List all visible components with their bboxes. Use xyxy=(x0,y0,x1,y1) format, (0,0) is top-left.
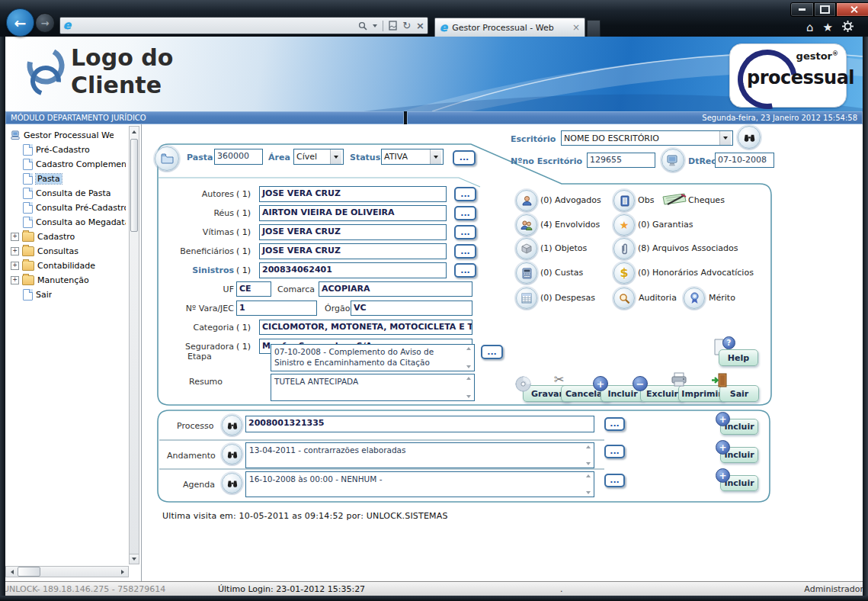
advogados-button[interactable] xyxy=(516,190,537,211)
seguradora-label: Seguradora xyxy=(137,342,234,352)
custas-label[interactable]: (0) Custas xyxy=(540,268,583,278)
despesas-label[interactable]: (0) Despesas xyxy=(540,293,595,303)
forward-button[interactable]: → xyxy=(35,13,55,33)
categoria-count: ( 1) xyxy=(236,323,251,333)
autores-input[interactable]: JOSE VERA CRUZ xyxy=(259,186,447,202)
back-button[interactable]: ← xyxy=(6,8,34,37)
textarea-scrollbar[interactable] xyxy=(584,473,593,496)
auditoria-button[interactable] xyxy=(613,288,635,309)
beneficiarios-browse-button[interactable]: ... xyxy=(454,244,476,259)
back-arrow-icon: ← xyxy=(14,14,27,31)
seguradora-count: ( 1) xyxy=(236,342,251,352)
notebook-icon xyxy=(620,195,629,207)
processo-search-button[interactable] xyxy=(222,415,242,435)
obs-button[interactable] xyxy=(613,190,635,211)
vara-input[interactable]: 1 xyxy=(236,300,317,316)
beneficiarios-input[interactable]: JOSE VERA CRUZ xyxy=(259,243,447,259)
browser-window: ← → e ↻ × e Gestor Processual - Web × ⌂ … xyxy=(0,0,868,601)
star-icon: ★ xyxy=(620,220,629,230)
vitimas-count: ( 1) xyxy=(236,227,251,237)
textarea-scrollbar[interactable] xyxy=(584,444,593,467)
reus-count: ( 1) xyxy=(236,208,251,218)
arquivos-button[interactable] xyxy=(613,238,635,259)
resumo-textarea[interactable]: TUTELA ANTECIPADA xyxy=(271,374,475,401)
save-disk-icon xyxy=(515,376,531,392)
merito-button[interactable] xyxy=(684,288,705,309)
agenda-search-button[interactable] xyxy=(222,473,242,493)
dtrec-input[interactable]: 07-10-2008 xyxy=(715,153,774,168)
etapa-textarea[interactable]: 07-10-2008 - Complemento do Aviso de Sin… xyxy=(271,344,475,371)
etapa-browse-button[interactable]: ... xyxy=(481,345,503,359)
window-border-left xyxy=(0,37,5,596)
objetos-label[interactable]: (1) Objetos xyxy=(540,243,587,253)
obs-label[interactable]: Obs xyxy=(638,195,654,205)
envolvidos-label[interactable]: (4) Envolvidos xyxy=(540,220,600,230)
honorarios-button[interactable]: $ xyxy=(613,262,635,284)
custas-button[interactable] xyxy=(516,262,537,284)
exit-door-icon xyxy=(711,373,728,387)
pasta-input[interactable]: 360000 xyxy=(214,149,263,165)
andamento-textarea[interactable]: 13-04-2011 - contrarrazões elaboradas xyxy=(245,442,594,468)
reus-browse-button[interactable]: ... xyxy=(454,206,476,220)
cheques-label[interactable]: Cheques xyxy=(688,195,725,205)
autores-count: ( 1) xyxy=(236,189,251,199)
autores-label: Autores xyxy=(137,189,234,199)
andamento-label: Andamento xyxy=(167,451,216,461)
computer-icon xyxy=(667,155,679,166)
area-select[interactable]: Cível xyxy=(293,149,344,165)
minus-icon: − xyxy=(633,376,648,391)
advogados-label[interactable]: (0) Advogados xyxy=(540,195,601,205)
objetos-button[interactable] xyxy=(516,238,537,259)
comarca-label: Comarca xyxy=(277,284,315,294)
scissors-icon: ✂ xyxy=(554,372,564,387)
status-connection-text: UNLOCK- 189.18.146.275 - 758279614 xyxy=(3,584,165,594)
orgao-input[interactable]: VC xyxy=(351,300,472,316)
escritorio-select[interactable]: NOME DO ESCRITÓRIO xyxy=(561,130,733,146)
processo-input[interactable]: 2008001321335 xyxy=(245,416,594,432)
andamento-search-button[interactable] xyxy=(222,444,242,464)
status-user-role: Administrador xyxy=(804,584,863,594)
reus-input[interactable]: AIRTON VIEIRA DE OLIVEIRA xyxy=(259,205,447,221)
num-escritorio-input[interactable]: 129655 xyxy=(587,153,655,168)
pasta-folder-button[interactable] xyxy=(155,146,179,171)
cube-icon xyxy=(521,243,532,254)
help-button[interactable]: Help xyxy=(719,349,758,366)
pasta-browse-button[interactable]: ... xyxy=(453,150,476,166)
garantias-label[interactable]: (0) Garantias xyxy=(638,220,693,230)
vitimas-input[interactable]: JOSE VERA CRUZ xyxy=(259,224,447,240)
calculator-icon xyxy=(522,268,532,279)
dtrec-system-button[interactable] xyxy=(661,149,684,172)
andamento-browse-button[interactable]: ... xyxy=(604,445,625,458)
agenda-textarea[interactable]: 16-10-2008 às 00:00 - NENHUM - xyxy=(245,471,594,497)
orgao-label: Órgão xyxy=(325,304,350,313)
imprimir-button[interactable]: Imprimir xyxy=(678,385,725,402)
textarea-scrollbar[interactable] xyxy=(464,345,473,370)
agenda-browse-button[interactable]: ... xyxy=(604,474,625,487)
comarca-input[interactable]: ACOPIARA xyxy=(319,281,472,297)
binoculars-icon xyxy=(226,480,239,487)
sinistros-browse-button[interactable]: ... xyxy=(454,263,476,278)
envolvidos-button[interactable] xyxy=(516,214,537,236)
textarea-scrollbar[interactable] xyxy=(464,375,473,400)
escritorio-search-button[interactable] xyxy=(738,126,761,149)
merito-label[interactable]: Mérito xyxy=(709,293,735,303)
honorarios-label[interactable]: (0) Honorários Advocatícios xyxy=(638,268,754,278)
sinistros-input[interactable]: 200834062401 xyxy=(259,262,447,278)
area-label: Área xyxy=(268,153,290,162)
categoria-input[interactable]: CICLOMOTOR, MOTONETA, MOTOCICLETA E T xyxy=(259,320,472,335)
garantias-button[interactable]: ★ xyxy=(613,214,635,236)
cheques-button[interactable] xyxy=(658,192,689,207)
arquivos-label[interactable]: (8) Arquivos Associados xyxy=(638,243,738,253)
processo-browse-button[interactable]: ... xyxy=(604,417,625,431)
binoculars-icon xyxy=(226,422,239,429)
vitimas-browse-button[interactable]: ... xyxy=(454,225,476,239)
sair-button[interactable]: Sair xyxy=(719,385,759,402)
uf-input[interactable]: CE xyxy=(236,281,271,297)
escritorio-label: Escritório xyxy=(511,134,556,144)
autores-browse-button[interactable]: ... xyxy=(454,187,476,201)
despesas-button[interactable] xyxy=(516,288,537,309)
auditoria-label[interactable]: Auditoria xyxy=(639,293,677,303)
status-select[interactable]: ATIVA xyxy=(381,149,444,165)
status-dot: . xyxy=(560,584,563,594)
status-last-login: Último Login: 23-01-2012 15:35:27 xyxy=(218,584,365,594)
